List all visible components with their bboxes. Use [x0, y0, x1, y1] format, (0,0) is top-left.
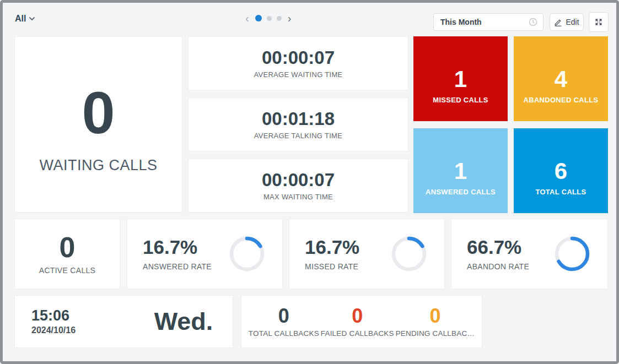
- total-callbacks-value: 0: [278, 306, 289, 326]
- abandon-rate-donut: [553, 235, 591, 273]
- answered-rate-donut: [228, 235, 266, 273]
- abandoned-calls-tile: 4 ABANDONED CALLS: [514, 36, 608, 121]
- missed-rate-label: MISSED RATE: [305, 262, 359, 271]
- carousel-dot[interactable]: [277, 16, 282, 21]
- fullscreen-button[interactable]: [589, 12, 609, 32]
- avg-waiting-time-label: AVERAGE WAITING TIME: [254, 70, 342, 79]
- pending-callbacks-label: PENDING CALLBAC…: [396, 329, 475, 338]
- avg-talking-time-value: 00:01:18: [262, 109, 335, 129]
- clock-weekday: Wed.: [150, 307, 217, 336]
- waiting-calls-label: WAITING CALLS: [39, 157, 157, 174]
- missed-calls-value: 1: [454, 68, 467, 91]
- missed-calls-label: MISSED CALLS: [433, 96, 488, 104]
- waiting-calls-card: 0 WAITING CALLS: [14, 36, 182, 213]
- carousel-next-icon[interactable]: ›: [287, 14, 293, 22]
- total-calls-label: TOTAL CALLS: [535, 188, 586, 196]
- carousel-dot[interactable]: [267, 16, 272, 21]
- active-calls-card: 0 ACTIVE CALLS: [14, 219, 120, 289]
- total-calls-value: 6: [555, 160, 567, 183]
- missed-calls-tile: 1 MISSED CALLS: [413, 36, 508, 121]
- missed-rate-card: 16.7% MISSED RATE: [289, 219, 445, 289]
- abandoned-calls-value: 4: [555, 68, 567, 91]
- missed-rate-value: 16.7%: [305, 237, 359, 258]
- clock-card: 15:06 2024/10/16 Wed.: [14, 295, 233, 348]
- answered-rate-value: 16.7%: [143, 237, 212, 258]
- queue-filter-label: All: [15, 14, 26, 24]
- clock-block: 15:06 2024/10/16: [31, 308, 76, 335]
- total-calls-tile: 6 TOTAL CALLS: [514, 128, 608, 213]
- fullscreen-icon: [594, 18, 603, 26]
- answered-calls-tile: 1 ANSWERED CALLS: [413, 128, 508, 213]
- carousel-dot[interactable]: [255, 15, 262, 21]
- abandon-rate-label: ABANDON RATE: [467, 262, 529, 271]
- answered-rate-label: ANSWERED RATE: [143, 262, 212, 271]
- answered-calls-value: 1: [454, 160, 467, 183]
- period-select-value: This Month: [440, 18, 482, 26]
- total-callbacks-item: 0 TOTAL CALLBACKS: [249, 306, 319, 338]
- abandoned-calls-label: ABANDONED CALLS: [524, 96, 599, 104]
- page-carousel: ‹ ›: [244, 14, 292, 22]
- total-callbacks-label: TOTAL CALLBACKS: [249, 329, 319, 338]
- answered-rate-card: 16.7% ANSWERED RATE: [127, 219, 283, 289]
- edit-button-label: Edit: [566, 18, 579, 26]
- active-calls-label: ACTIVE CALLS: [39, 266, 95, 275]
- avg-waiting-time-card: 00:00:07 AVERAGE WAITING TIME: [188, 36, 408, 90]
- carousel-dots[interactable]: [255, 15, 282, 21]
- failed-callbacks-label: FAILED CALLBACKS: [321, 329, 394, 338]
- max-waiting-time-card: 00:00:07 MAX WAITING TIME: [188, 159, 408, 213]
- period-select[interactable]: This Month: [433, 13, 543, 31]
- topbar: All ‹ › This Month Edit: [3, 3, 616, 36]
- max-waiting-time-value: 00:00:07: [262, 170, 335, 190]
- max-waiting-time-label: MAX WAITING TIME: [263, 193, 333, 201]
- clock-date: 2024/10/16: [31, 325, 76, 335]
- failed-callbacks-value: 0: [352, 306, 363, 326]
- pending-callbacks-value: 0: [429, 306, 440, 326]
- carousel-prev-icon[interactable]: ‹: [244, 14, 250, 22]
- clock-time: 15:06: [31, 308, 76, 324]
- active-calls-value: 0: [60, 233, 76, 262]
- abandon-rate-value: 66.7%: [467, 237, 529, 258]
- wallboard: All ‹ › This Month Edit: [3, 3, 616, 361]
- abandon-rate-card: 66.7% ABANDON RATE: [451, 219, 608, 289]
- queue-filter-dropdown[interactable]: All: [15, 14, 35, 24]
- waiting-calls-value: 0: [82, 83, 115, 143]
- failed-callbacks-item: 0 FAILED CALLBACKS: [321, 306, 394, 338]
- pending-callbacks-item: 0 PENDING CALLBAC…: [396, 306, 475, 338]
- clock-icon: [529, 18, 537, 26]
- missed-rate-donut: [390, 235, 428, 273]
- callbacks-card: 0 TOTAL CALLBACKS 0 FAILED CALLBACKS 0 P…: [241, 295, 482, 348]
- avg-talking-time-card: 00:01:18 AVERAGE TALKING TIME: [188, 97, 408, 151]
- pencil-icon: [554, 18, 562, 26]
- dashboard-window: All ‹ › This Month Edit: [0, 0, 619, 364]
- chevron-down-icon: [29, 17, 35, 21]
- answered-calls-label: ANSWERED CALLS: [426, 188, 496, 196]
- avg-talking-time-label: AVERAGE TALKING TIME: [254, 132, 342, 140]
- edit-button[interactable]: Edit: [550, 13, 584, 31]
- avg-waiting-time-value: 00:00:07: [262, 48, 335, 68]
